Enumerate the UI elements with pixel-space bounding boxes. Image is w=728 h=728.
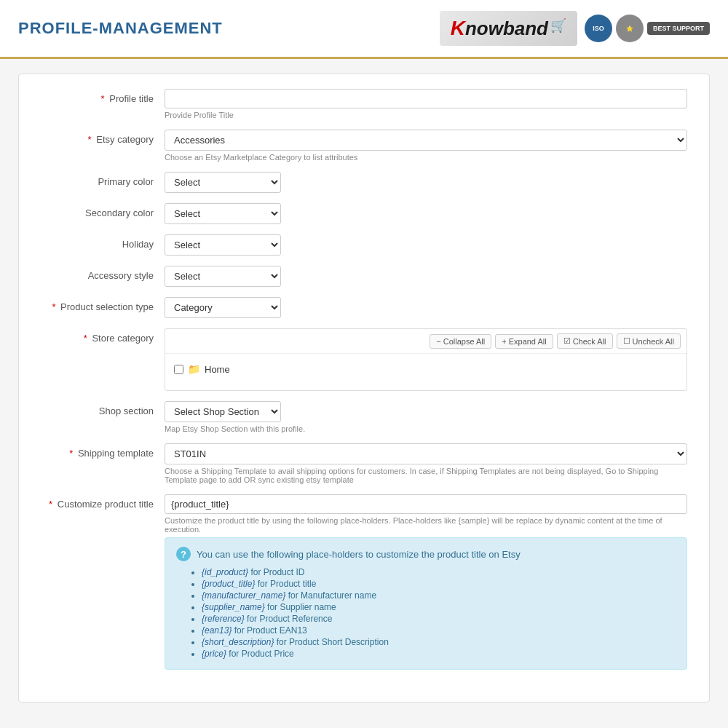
secondary-color-select[interactable]: Select [165, 203, 281, 224]
expand-icon: + [502, 337, 506, 346]
placeholder-list: {id_product} for Product ID {product_tit… [176, 567, 676, 659]
shop-section-row: Shop section Select Shop Section Map Ets… [41, 401, 687, 433]
award-badge: ⭐ [616, 15, 644, 42]
shop-section-label: Shop section [41, 401, 165, 416]
cart-icon: 🛒 [550, 17, 566, 33]
list-item: {supplier_name} for Supplier name [202, 602, 676, 612]
check-icon: ☑ [563, 336, 571, 346]
store-category-toolbar: − Collapse All + Expand All ☑ Check All [165, 329, 687, 354]
store-category-tree: 📁 Home [165, 354, 687, 390]
badges-area: ISO ⭐ BEST SUPPORT [585, 15, 710, 42]
collapse-icon: − [436, 337, 440, 346]
knowband-logo: K nowband 🛒 [440, 11, 577, 46]
list-item: {id_product} for Product ID [202, 567, 676, 577]
shipping-template-row: * Shipping template ST01IN Choose a Ship… [41, 443, 687, 484]
info-box-header: ? You can use the following place-holder… [176, 547, 676, 561]
profile-title-input[interactable] [165, 89, 687, 108]
iso-badge: ISO [585, 15, 612, 42]
shipping-template-select[interactable]: ST01IN [165, 443, 687, 464]
secondary-color-row: Secondary color Select [41, 203, 687, 224]
accessory-style-row: Accessory style Select [41, 266, 687, 287]
page-title: PROFILE-MANAGEMENT [18, 19, 223, 38]
holiday-select[interactable]: Select [165, 234, 281, 256]
info-box-title: You can use the following place-holders … [197, 549, 521, 560]
page-header: PROFILE-MANAGEMENT K nowband 🛒 ISO ⭐ BES… [0, 0, 728, 59]
main-content: * Profile title Provide Profile Title * … [0, 59, 728, 717]
home-label: Home [205, 364, 230, 375]
form-container: * Profile title Provide Profile Title * … [18, 74, 710, 703]
shop-section-field: Select Shop Section Map Etsy Shop Sectio… [165, 401, 687, 433]
home-checkbox[interactable] [174, 365, 183, 374]
iso-label: ISO [593, 25, 604, 32]
etsy-category-label: * Etsy category [41, 130, 165, 145]
tree-item-home: 📁 Home [174, 361, 678, 377]
uncheck-icon: ☐ [623, 336, 630, 346]
accessory-style-select[interactable]: Select [165, 266, 281, 287]
header-logos: K nowband 🛒 ISO ⭐ BEST SUPPORT [440, 11, 710, 46]
list-item: {short_description} for Product Short De… [202, 637, 676, 647]
customize-title-input[interactable] [165, 494, 687, 514]
customize-title-row: * Customize product title Customize the … [41, 494, 687, 670]
customize-title-help: Customize the product title by using the… [165, 516, 687, 534]
primary-color-field: Select [165, 172, 687, 193]
store-category-label: * Store category [41, 328, 165, 344]
holiday-field: Select [165, 234, 687, 256]
expand-all-button[interactable]: + Expand All [495, 334, 553, 349]
shop-section-select[interactable]: Select Shop Section [165, 401, 281, 422]
holiday-label: Holiday [41, 234, 165, 250]
list-item: {reference} for Product Reference [202, 614, 676, 624]
collapse-all-button[interactable]: − Collapse All [430, 334, 491, 349]
product-selection-type-label: * Product selection type [41, 297, 165, 312]
customize-title-label: * Customize product title [41, 494, 165, 510]
secondary-color-field: Select [165, 203, 687, 224]
primary-color-row: Primary color Select [41, 172, 687, 193]
product-selection-type-select[interactable]: Category [165, 297, 281, 318]
customize-title-field: Customize the product title by using the… [165, 494, 687, 670]
accessory-style-field: Select [165, 266, 687, 287]
product-selection-type-field: Category [165, 297, 687, 318]
logo-k: K [451, 17, 465, 40]
info-icon: ? [176, 547, 191, 561]
store-category-field: − Collapse All + Expand All ☑ Check All [165, 328, 687, 391]
etsy-category-row: * Etsy category Accessories Choose an Et… [41, 130, 687, 162]
list-item: {ean13} for Product EAN13 [202, 625, 676, 636]
uncheck-all-button[interactable]: ☐ Uncheck All [617, 333, 681, 349]
list-item: {price} for Product Price [202, 649, 676, 659]
check-all-button[interactable]: ☑ Check All [557, 333, 613, 349]
etsy-category-help: Choose an Etsy Marketplace Category to l… [165, 153, 687, 162]
profile-title-row: * Profile title Provide Profile Title [41, 89, 687, 119]
shop-section-help: Map Etsy Shop Section with this profile. [165, 424, 687, 433]
placeholder-info-box: ? You can use the following place-holder… [165, 537, 687, 670]
logo-text: nowband [465, 17, 548, 40]
secondary-color-label: Secondary color [41, 203, 165, 218]
store-category-box: − Collapse All + Expand All ☑ Check All [165, 328, 687, 391]
list-item: {product_title} for Product title [202, 579, 676, 589]
support-badge: BEST SUPPORT [647, 22, 710, 35]
profile-title-label: * Profile title [41, 89, 165, 104]
primary-color-label: Primary color [41, 172, 165, 187]
etsy-category-select[interactable]: Accessories [165, 130, 687, 151]
accessory-style-label: Accessory style [41, 266, 165, 281]
shipping-template-label: * Shipping template [41, 443, 165, 459]
store-category-row: * Store category − Collapse All + Expand… [41, 328, 687, 391]
shipping-template-field: ST01IN Choose a Shipping Template to ava… [165, 443, 687, 484]
shipping-template-help: Choose a Shipping Template to avail ship… [165, 467, 687, 484]
product-selection-type-row: * Product selection type Category [41, 297, 687, 318]
profile-title-field: Provide Profile Title [165, 89, 687, 119]
profile-title-help: Provide Profile Title [165, 111, 687, 119]
etsy-category-field: Accessories Choose an Etsy Marketplace C… [165, 130, 687, 162]
holiday-row: Holiday Select [41, 234, 687, 256]
primary-color-select[interactable]: Select [165, 172, 281, 193]
list-item: {manufacturer_name} for Manufacturer nam… [202, 590, 676, 601]
folder-icon: 📁 [188, 363, 200, 375]
